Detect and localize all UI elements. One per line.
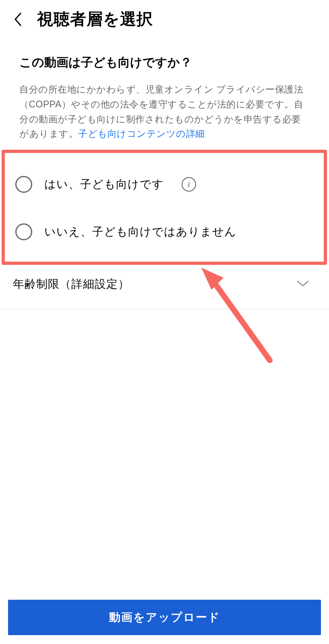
- question-heading: この動画は子ども向けですか？: [19, 54, 310, 71]
- radio-circle-icon: [15, 223, 32, 240]
- radio-label-no: いいえ、子ども向けではありません: [44, 224, 236, 239]
- radio-option-yes[interactable]: はい、子ども向けです i: [19, 161, 310, 208]
- age-restriction-label: 年齢制限（詳細設定）: [13, 277, 130, 292]
- kids-content-link[interactable]: 子ども向けコンテンツの詳細: [78, 128, 205, 139]
- radio-label-yes: はい、子ども向けです: [44, 177, 164, 192]
- chevron-down-icon: [296, 279, 310, 289]
- radio-options-group: はい、子ども向けです i いいえ、子ども向けではありません: [19, 161, 310, 256]
- radio-option-no[interactable]: いいえ、子ども向けではありません: [19, 208, 310, 256]
- upload-button-label: 動画をアップロード: [109, 610, 220, 625]
- description-text: 自分の所在地にかかわらず、児童オンライン プライバシー保護法（COPPA）やその…: [19, 82, 310, 141]
- info-icon[interactable]: i: [182, 177, 196, 192]
- radio-circle-icon: [15, 176, 32, 193]
- content-area: この動画は子ども向けですか？ 自分の所在地にかかわらず、児童オンライン プライバ…: [0, 38, 329, 256]
- back-icon[interactable]: [10, 11, 26, 27]
- page-title: 視聴者層を選択: [37, 8, 153, 30]
- header: 視聴者層を選択: [0, 0, 329, 38]
- upload-button[interactable]: 動画をアップロード: [8, 600, 321, 635]
- age-restriction-row[interactable]: 年齢制限（詳細設定）: [0, 260, 329, 309]
